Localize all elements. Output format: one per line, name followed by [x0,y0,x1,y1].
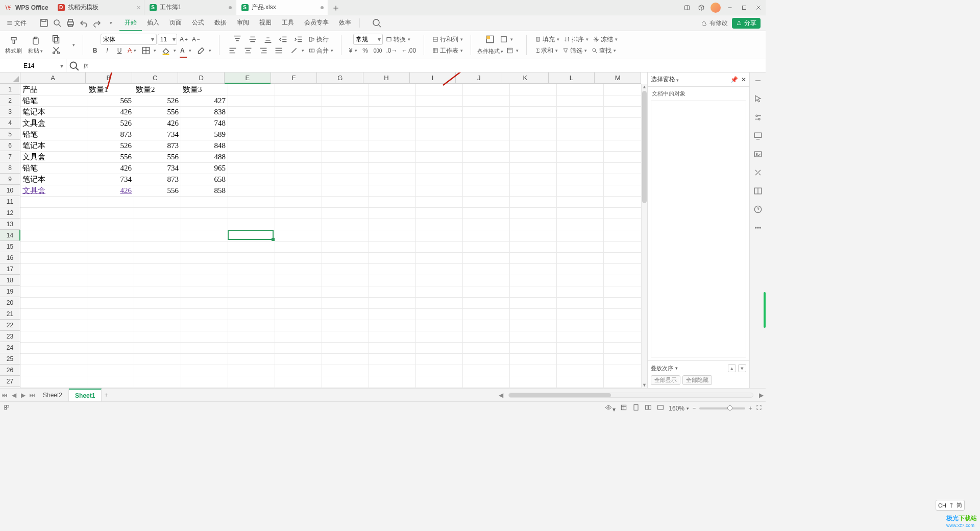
row-header-9[interactable]: 9 [0,174,20,185]
zoom-slider[interactable] [699,407,745,409]
help-icon[interactable] [753,204,763,214]
cell-D7[interactable]: 488 [181,151,228,162]
clear-format-button[interactable] [194,45,213,56]
menu-tab-工具[interactable]: 工具 [277,15,299,31]
clipboard-more[interactable] [67,39,79,51]
doc-tab-2[interactable]: S产品.xlsx [236,0,328,15]
font-name-combo[interactable]: ▾ [101,34,157,45]
zoom-label[interactable]: 160% [669,405,684,412]
name-box-input[interactable] [0,62,58,70]
row-header-27[interactable]: 27 [0,376,20,387]
align-bottom-icon[interactable] [261,34,275,45]
zoom-in-button[interactable]: ＋ [747,404,753,413]
view-eye-icon[interactable]: ▾ [604,403,616,413]
selection-pane-dropdown-icon[interactable] [675,76,679,83]
cell-A10[interactable]: 文具盒 [20,185,87,196]
hamburger-icon[interactable]: 文件 [3,17,30,29]
settings-icon[interactable] [753,112,763,123]
conditional-format-button[interactable]: 条件格式 [477,47,503,55]
sheet-nav-next[interactable]: ▶ [18,392,28,399]
cell-A1[interactable]: 产品 [20,84,87,95]
thousands-icon[interactable]: 000 [372,45,384,56]
cell-D2[interactable]: 427 [181,95,228,106]
row-header-15[interactable]: 15 [0,241,20,252]
col-header-J[interactable]: J [456,73,502,83]
zoom-out-button[interactable]: － [691,404,697,413]
cell-C3[interactable]: 556 [134,106,181,117]
col-header-L[interactable]: L [549,73,595,83]
window-minimize[interactable] [723,0,737,15]
new-tab-button[interactable]: ＋ [328,2,344,14]
horizontal-scrollbar[interactable] [508,393,753,398]
formula-input[interactable] [90,59,766,72]
font-name-input[interactable] [101,36,149,43]
align-center-icon[interactable] [241,45,255,56]
undo-icon[interactable] [78,17,90,29]
orientation-button[interactable] [287,45,306,56]
sheet-nav-last[interactable]: ⏭ [28,392,37,399]
col-header-B[interactable]: B [86,73,132,83]
save-icon[interactable] [38,17,50,29]
cell-B6[interactable]: 526 [87,140,134,151]
user-avatar[interactable] [708,0,723,15]
doc-tab-1[interactable]: S工作簿1 [144,0,236,15]
cell-B10[interactable]: 426 [87,185,134,196]
strikethrough-button[interactable]: A [126,45,138,56]
hscroll-left[interactable]: ◀ [496,392,505,399]
name-box-dropdown-icon[interactable]: ▾ [58,62,66,69]
cell-B1[interactable]: 数量1 [87,84,134,95]
cell-B4[interactable]: 526 [87,117,134,129]
row-header-20[interactable]: 20 [0,297,20,308]
col-header-K[interactable]: K [502,73,549,83]
row-header-6[interactable]: 6 [0,140,20,151]
autosum-button[interactable]: Σ求和 [535,45,559,56]
row-header-24[interactable]: 24 [0,342,20,353]
cell-C10[interactable]: 556 [134,185,181,196]
close-tab-icon[interactable]: × [137,4,141,12]
menu-tab-数据[interactable]: 数据 [209,15,232,31]
row-header-21[interactable]: 21 [0,308,20,320]
cell-B3[interactable]: 426 [87,106,134,117]
modified-badge[interactable]: 有修改 [700,19,728,28]
row-header-3[interactable]: 3 [0,106,20,117]
cell-B9[interactable]: 734 [87,174,134,185]
move-up-icon[interactable]: ▴ [728,364,736,372]
currency-icon[interactable]: ¥ [348,45,359,56]
share-button[interactable]: 分享 [732,18,761,29]
scroll-up-icon[interactable]: ▲ [642,84,647,90]
bold-button[interactable]: B [89,45,101,56]
hscroll-right[interactable]: ▶ [756,392,766,399]
paste-group[interactable]: 粘贴 [26,31,45,59]
quickaccess-more[interactable] [104,17,116,29]
cell-C4[interactable]: 426 [134,117,181,129]
cell-A3[interactable]: 笔记本 [20,106,87,117]
window-maximize[interactable] [737,0,751,15]
row-header-1[interactable]: 1 [0,84,20,95]
fill-button[interactable]: 填充 [533,34,561,45]
cell-B2[interactable]: 565 [87,95,134,106]
cell-D8[interactable]: 965 [181,162,228,174]
col-header-G[interactable]: G [317,73,363,83]
cell-A9[interactable]: 笔记本 [20,174,87,185]
row-header-23[interactable]: 23 [0,331,20,342]
cell-C8[interactable]: 734 [134,162,181,174]
cube-icon[interactable] [694,0,708,15]
print-preview-icon[interactable] [51,17,63,29]
collapse-panel-icon[interactable] [753,76,763,86]
row-header-7[interactable]: 7 [0,151,20,162]
cell-D9[interactable]: 658 [181,174,228,185]
col-header-F[interactable]: F [271,73,317,83]
fullscreen-icon[interactable] [755,404,763,413]
cell-A7[interactable]: 文具盒 [20,151,87,162]
cell-A6[interactable]: 笔记本 [20,140,87,151]
row-header-26[interactable]: 26 [0,365,20,376]
row-header-5[interactable]: 5 [0,129,20,140]
increase-indent-icon[interactable] [291,34,306,45]
table-style-icon[interactable] [498,34,514,45]
increase-font-icon[interactable]: A+ [178,34,189,45]
row-header-4[interactable]: 4 [0,117,20,129]
decrease-indent-icon[interactable] [276,34,290,45]
presentation-icon[interactable] [753,131,763,141]
pin-icon[interactable]: 📌 [730,76,738,83]
border-button[interactable] [139,45,158,56]
